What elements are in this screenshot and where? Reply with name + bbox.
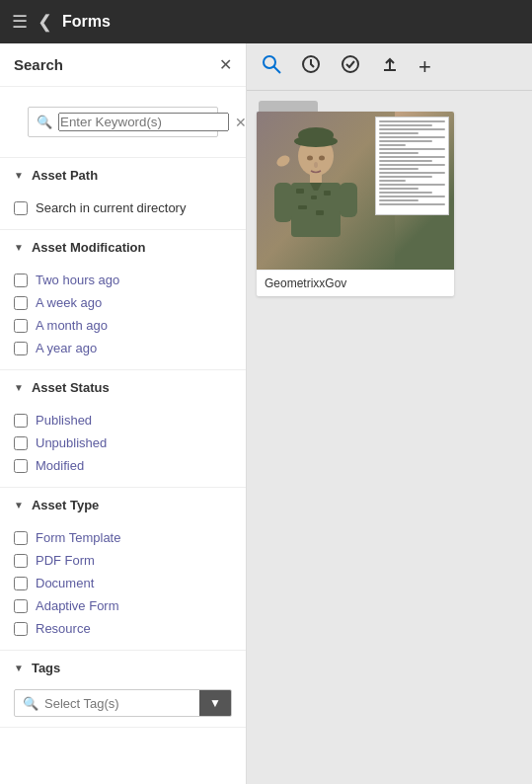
type-label-1[interactable]: PDF Form [36, 553, 95, 568]
chevron-down-icon: ▼ [14, 170, 24, 181]
type-checkbox-0[interactable] [14, 531, 28, 545]
left-panel: Search ✕ 🔍 ✕ ▼ Asset Path Search in curr… [0, 43, 247, 784]
asset-path-checkbox-0[interactable] [14, 201, 28, 215]
mod-label-2[interactable]: A month ago [36, 318, 108, 333]
asset-modification-header[interactable]: ▼ Asset Modification [0, 230, 246, 265]
svg-rect-16 [316, 210, 324, 215]
search-panel-header: Search ✕ [0, 43, 246, 87]
asset-card[interactable]: GeometrixxGov [257, 112, 454, 296]
mod-label-0[interactable]: Two hours ago [36, 273, 119, 287]
close-search-button[interactable]: ✕ [219, 55, 232, 74]
mod-checkbox-2[interactable] [14, 319, 28, 333]
type-checkbox-2[interactable] [14, 577, 28, 590]
status-checkbox-2[interactable] [14, 459, 28, 473]
clear-input-icon[interactable]: ✕ [235, 115, 247, 130]
type-label-4[interactable]: Resource [36, 621, 91, 636]
list-item: Search in current directory [14, 196, 232, 219]
card-caption: GeometrixxGov [257, 270, 454, 296]
back-icon[interactable]: ❮ [38, 11, 52, 33]
list-item: Unpublished [14, 431, 232, 454]
asset-type-section: ▼ Asset Type Form Template PDF Form Docu… [0, 488, 246, 651]
mod-label-1[interactable]: A week ago [36, 295, 102, 310]
keyword-search-input[interactable] [58, 113, 229, 131]
svg-point-22 [319, 156, 325, 161]
list-item: A week ago [14, 291, 232, 314]
tags-title: Tags [32, 661, 60, 675]
tags-body: 🔍 ▼ [0, 685, 246, 727]
mod-checkbox-3[interactable] [14, 342, 28, 355]
asset-path-section: ▼ Asset Path Search in current directory [0, 158, 246, 230]
card-doc-preview [375, 117, 449, 215]
card-wrap: GeometrixxGov [257, 101, 454, 296]
asset-path-body: Search in current directory [0, 193, 246, 229]
type-label-0[interactable]: Form Template [36, 530, 120, 545]
svg-point-0 [264, 56, 275, 68]
asset-type-body: Form Template PDF Form Document Adaptive… [0, 522, 246, 650]
clock-toolbar-icon[interactable] [300, 53, 322, 80]
type-checkbox-3[interactable] [14, 599, 28, 613]
status-label-2[interactable]: Modified [36, 458, 84, 473]
check-toolbar-icon[interactable] [340, 53, 361, 80]
main-container: Search ✕ 🔍 ✕ ▼ Asset Path Search in curr… [0, 43, 532, 784]
keyword-search-wrap: 🔍 ✕ [28, 107, 218, 137]
type-label-2[interactable]: Document [36, 576, 94, 590]
svg-point-3 [342, 56, 358, 72]
mod-checkbox-1[interactable] [14, 296, 28, 310]
chevron-down-icon: ▼ [14, 382, 24, 393]
asset-type-title: Asset Type [32, 498, 99, 512]
asset-path-header[interactable]: ▼ Asset Path [0, 158, 246, 193]
asset-type-header[interactable]: ▼ Asset Type [0, 488, 246, 522]
list-item: A month ago [14, 314, 232, 337]
list-item: A year ago [14, 337, 232, 359]
status-label-0[interactable]: Published [36, 413, 92, 428]
status-checkbox-1[interactable] [14, 436, 28, 450]
card-image [257, 112, 454, 270]
asset-path-label-0[interactable]: Search in current directory [36, 200, 186, 215]
mod-checkbox-0[interactable] [14, 274, 28, 287]
upload-toolbar-icon[interactable] [379, 53, 401, 80]
right-panel: + [247, 43, 532, 784]
status-checkbox-0[interactable] [14, 414, 28, 428]
add-toolbar-icon[interactable]: + [418, 56, 431, 78]
tags-header[interactable]: ▼ Tags [0, 651, 246, 685]
type-checkbox-1[interactable] [14, 554, 28, 568]
svg-point-21 [307, 156, 313, 161]
right-toolbar: + [247, 43, 532, 91]
svg-rect-17 [274, 183, 292, 222]
type-label-3[interactable]: Adaptive Form [36, 598, 119, 613]
menu-icon[interactable]: ☰ [12, 11, 28, 33]
tag-dropdown-button[interactable]: ▼ [199, 690, 231, 716]
list-item: Adaptive Form [14, 594, 232, 617]
svg-point-9 [298, 127, 334, 143]
asset-status-section: ▼ Asset Status Published Unpublished Mod… [0, 370, 246, 488]
content-area: GeometrixxGov [247, 91, 532, 784]
list-item: Two hours ago [14, 269, 232, 291]
list-item: Resource [14, 617, 232, 640]
svg-rect-18 [340, 183, 357, 217]
type-checkbox-4[interactable] [14, 622, 28, 636]
svg-rect-12 [296, 189, 304, 194]
chevron-down-icon: ▼ [14, 663, 24, 673]
search-toolbar-icon[interactable] [261, 53, 282, 80]
mod-label-3[interactable]: A year ago [36, 341, 97, 355]
asset-status-body: Published Unpublished Modified [0, 405, 246, 487]
search-icon: 🔍 [37, 115, 52, 129]
svg-rect-10 [310, 173, 322, 183]
status-label-1[interactable]: Unpublished [36, 435, 107, 450]
tag-search-icon: 🔍 [23, 696, 38, 711]
asset-path-title: Asset Path [32, 168, 98, 183]
list-item: Document [14, 572, 232, 594]
tag-search-input[interactable] [44, 696, 191, 711]
svg-point-23 [314, 162, 318, 168]
asset-modification-body: Two hours ago A week ago A month ago A y… [0, 265, 246, 369]
list-item: Form Template [14, 526, 232, 549]
svg-rect-14 [324, 191, 331, 196]
page-title: Forms [62, 13, 111, 31]
svg-rect-13 [311, 196, 317, 199]
asset-status-header[interactable]: ▼ Asset Status [0, 370, 246, 405]
chevron-down-icon: ▼ [14, 242, 24, 253]
search-panel-title: Search [14, 56, 63, 73]
svg-rect-15 [298, 205, 307, 209]
list-item: PDF Form [14, 549, 232, 572]
asset-modification-title: Asset Modification [32, 240, 146, 255]
